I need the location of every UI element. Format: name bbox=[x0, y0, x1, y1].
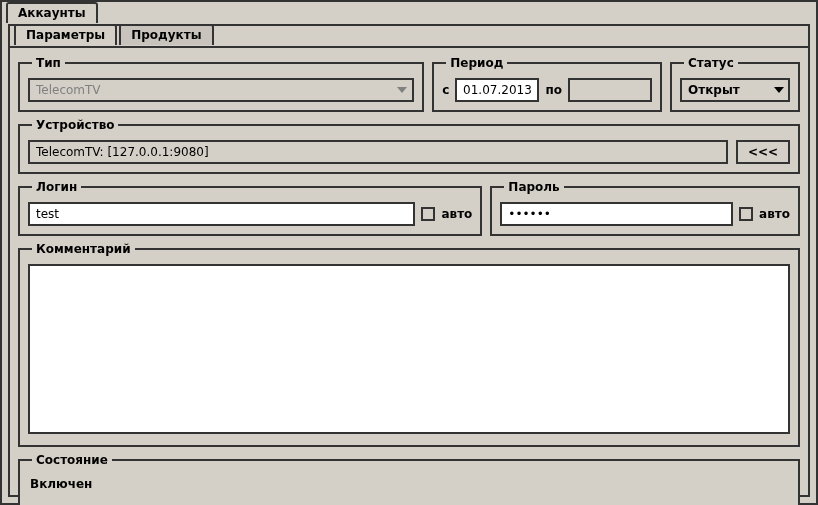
device-legend: Устройство bbox=[32, 118, 118, 132]
password-auto-label: авто bbox=[759, 207, 790, 221]
password-auto-checkbox[interactable] bbox=[739, 207, 753, 221]
accounts-panel: Параметры Продукты Тип TelecomTV Период bbox=[8, 24, 810, 497]
state-value: Включен bbox=[28, 475, 790, 497]
period-to-input[interactable] bbox=[568, 78, 652, 102]
login-legend: Логин bbox=[32, 180, 81, 194]
status-group: Статус Открыт bbox=[670, 56, 800, 112]
state-legend: Состояние bbox=[32, 453, 112, 467]
login-auto-label: авто bbox=[441, 207, 472, 221]
type-select[interactable]: TelecomTV bbox=[28, 78, 414, 102]
tab-products[interactable]: Продукты bbox=[119, 24, 213, 45]
type-group: Тип TelecomTV bbox=[18, 56, 424, 112]
login-auto-checkbox[interactable] bbox=[421, 207, 435, 221]
comment-textarea[interactable] bbox=[28, 264, 790, 434]
comment-group: Комментарий bbox=[18, 242, 800, 447]
comment-legend: Комментарий bbox=[32, 242, 135, 256]
state-group: Состояние Включен bbox=[18, 453, 800, 505]
period-to-label: по bbox=[545, 83, 562, 97]
chevron-down-icon bbox=[396, 84, 408, 96]
chevron-down-icon bbox=[774, 87, 784, 93]
device-group: Устройство <<< bbox=[18, 118, 800, 174]
status-legend: Статус bbox=[684, 56, 738, 70]
password-input[interactable] bbox=[500, 202, 733, 226]
period-legend: Период bbox=[446, 56, 507, 70]
type-legend: Тип bbox=[32, 56, 65, 70]
period-from-label: с bbox=[442, 83, 449, 97]
tab-accounts[interactable]: Аккаунты bbox=[6, 2, 98, 23]
window-frame: Аккаунты Параметры Продукты Тип TelecomT… bbox=[0, 0, 818, 505]
password-legend: Пароль bbox=[504, 180, 563, 194]
parameters-content: Тип TelecomTV Период с по bbox=[10, 46, 808, 495]
status-select[interactable]: Открыт bbox=[680, 78, 790, 102]
period-group: Период с по bbox=[432, 56, 662, 112]
password-group: Пароль авто bbox=[490, 180, 800, 236]
login-group: Логин авто bbox=[18, 180, 482, 236]
type-value: TelecomTV bbox=[36, 83, 101, 97]
tab-parameters[interactable]: Параметры bbox=[14, 24, 117, 45]
login-input[interactable] bbox=[28, 202, 415, 226]
device-input[interactable] bbox=[28, 140, 728, 164]
status-value: Открыт bbox=[688, 83, 740, 97]
period-from-input[interactable] bbox=[455, 78, 539, 102]
device-back-button[interactable]: <<< bbox=[736, 140, 790, 164]
